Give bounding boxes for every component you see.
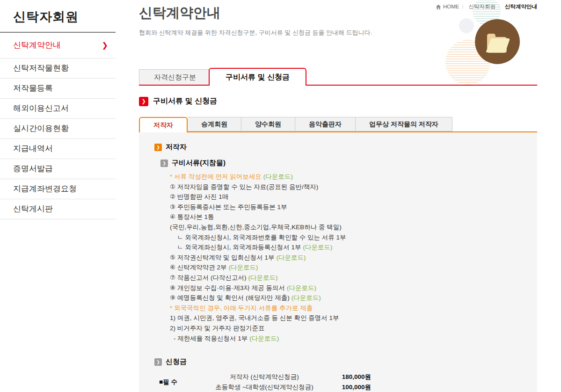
sidebar-item-2[interactable]: 신탁저작물현황	[0, 58, 116, 79]
document-line: (국민,우리,농협,외환,신한,중소기업,우체국,KEB하나 중 택일)	[170, 222, 523, 232]
sidebar-item-label: 신탁게시판	[13, 204, 53, 213]
fees-table: ■필 수 저작자 (신탁계약신청금)180,000원초등학생 ~대학생(신탁계약…	[159, 372, 523, 392]
sub-tabs: 저작자승계회원양수회원음악출판자업무상 저작물의 저작자	[139, 117, 537, 132]
breadcrumb-items: HOME〉신탁자회원〉신탁계약안내	[443, 3, 537, 10]
tabs-underline	[139, 85, 537, 86]
subtab-4[interactable]: 음악출판자	[295, 117, 356, 131]
chevron-right-icon: ❯	[102, 33, 108, 58]
documents-heading: 구비서류(지참물)	[160, 159, 523, 167]
sidebar-item-8[interactable]: 지급계좌변경요청	[0, 179, 116, 199]
subtab-2[interactable]: 승계회원	[188, 117, 241, 131]
author-heading: 저작자	[154, 143, 523, 152]
sidebar-item-label: 증명서발급	[13, 164, 53, 173]
download-link[interactable]: (다운로드)	[303, 244, 333, 251]
sidebar-item-1[interactable]: 신탁계약안내❯	[0, 33, 116, 58]
breadcrumb: HOME〉신탁자회원〉신탁계약안내	[436, 3, 537, 10]
subtabs-underline	[139, 131, 537, 132]
document-line: ⑥ 신탁계약약관 2부(다운로드)	[170, 262, 523, 273]
sidebar-item-4[interactable]: 해외이용신고서	[0, 99, 116, 119]
sidebar-item-label: 지급계좌변경요청	[13, 184, 77, 193]
download-link[interactable]: (다운로드)	[287, 284, 316, 291]
breadcrumb-item[interactable]: 신탁계약안내	[505, 4, 537, 9]
section-title: 구비서류 및 신청금	[153, 96, 217, 106]
fee-row: 초등학생 ~대학생(신탁계약신청금)100,000원	[194, 382, 371, 392]
document-line: ㄴ 외국계좌신청시, 외국계좌등록신청서 1부(다운로드)	[170, 242, 523, 253]
sidebar-item-label: 실시간이용현황	[13, 124, 69, 133]
sidebar-item-7[interactable]: 증명서발급	[0, 159, 116, 179]
document-line: ③ 주민등록증사본 또는 주민등록등본 1부	[170, 202, 523, 212]
subtab-3[interactable]: 양수회원	[241, 117, 295, 131]
fee-value: 100,000원	[335, 382, 371, 392]
document-line: 2) 비거주자 및 거주자 판정기준표	[170, 323, 523, 334]
document-line: 1) 여권, 시민권, 영주권, 국내거소증 등 신분 확인 증명서 1부	[170, 313, 523, 323]
breadcrumb-separator: 〉	[462, 4, 466, 9]
documents-list: * 서류 작성전에 먼저 읽어보세요(다운로드)① 저작자임을 증명할 수 있는…	[170, 172, 523, 343]
page-title: 신탁계약안내	[139, 4, 220, 22]
breadcrumb-separator: 〉	[498, 4, 503, 9]
main-tabs: 자격신청구분구비서류 및 신청금	[139, 68, 537, 86]
download-link[interactable]: (다운로드)	[263, 173, 293, 180]
open-folder-icon	[475, 19, 520, 64]
tab-2[interactable]: 구비서류 및 신청금	[209, 68, 306, 86]
subtab-5[interactable]: 업무상 저작물의 저작자	[356, 117, 452, 131]
breadcrumb-item[interactable]: 신탁자회원	[469, 4, 496, 9]
sidebar-item-label: 신탁계약안내	[13, 41, 61, 50]
document-line: ① 저작자임을 증명할 수 있는 자료(공표된 음반/책자)	[170, 182, 523, 192]
fee-row: 저작자 (신탁계약신청금)180,000원	[194, 372, 371, 382]
chevron-right-icon	[154, 144, 162, 151]
download-link[interactable]: (다운로드)	[277, 254, 306, 261]
fee-label: 초등학생 ~대학생(신탁계약신청금)	[194, 382, 335, 392]
document-line: * 서류 작성전에 먼저 읽어보세요(다운로드)	[170, 172, 523, 182]
chevron-right-icon	[154, 358, 162, 366]
document-line: ⑧ 개인정보 수집·이용·제3자 제공 동의서(다운로드)	[170, 283, 523, 293]
sidebar-item-9[interactable]: 신탁게시판	[0, 199, 116, 219]
fees-required-label: ■필 수	[159, 378, 194, 386]
author-heading-label: 저작자	[166, 143, 187, 152]
fee-label: 저작자 (신탁계약신청금)	[194, 372, 335, 382]
download-link[interactable]: (다운로드)	[249, 335, 279, 342]
sidebar-item-3[interactable]: 저작물등록	[0, 79, 116, 99]
sidebar-item-label: 저작물등록	[13, 84, 53, 93]
sidebar-title: 신탁자회원	[0, 0, 116, 33]
subtab-1[interactable]: 저작자	[139, 117, 188, 132]
sidebar-item-5[interactable]: 실시간이용현황	[0, 119, 116, 139]
download-link[interactable]: (다운로드)	[248, 274, 278, 281]
document-line: * 외국국적인 경우, 아래 두가지 서류를 추가로 제출	[170, 303, 523, 313]
download-link[interactable]: (다운로드)	[291, 294, 321, 301]
section-heading: 구비서류 및 신청금	[139, 96, 217, 106]
fees-section: 신청금 ■필 수 저작자 (신탁계약신청금)180,000원초등학생 ~대학생(…	[154, 357, 523, 392]
sidebar: 신탁자회원 신탁계약안내❯신탁저작물현황저작물등록해외이용신고서실시간이용현황지…	[0, 0, 116, 219]
fees-rows: 저작자 (신탁계약신청금)180,000원초등학생 ~대학생(신탁계약신청금)1…	[194, 372, 371, 392]
fees-heading: 신청금	[154, 357, 523, 366]
chevron-right-icon	[139, 97, 148, 106]
content-panel: 저작자 구비서류(지참물) * 서류 작성전에 먼저 읽어보세요(다운로드)① …	[139, 132, 537, 392]
page-description: 협회와 신탁계약 체결을 위한 자격신청구분, 구비서류 및 신청금 등을 안내…	[139, 29, 372, 37]
fees-heading-label: 신청금	[166, 357, 187, 366]
chevron-right-icon	[160, 160, 168, 167]
document-line: ㄴ 외국계좌신청시, 외국계좌번호를 확인할 수 있는 서류 1부	[170, 232, 523, 243]
document-line: ② 반명함판 사진 1매	[170, 192, 523, 202]
document-line: ⑤ 저작권신탁계약 및 입회신청서 1부(다운로드)	[170, 253, 523, 263]
document-line: - 제한세율 적용신청서 1부(다운로드)	[170, 334, 523, 344]
sidebar-menu: 신탁계약안내❯신탁저작물현황저작물등록해외이용신고서실시간이용현황지급내역서증명…	[0, 33, 116, 219]
document-line: ④ 통장사본 1통	[170, 212, 523, 222]
sidebar-item-label: 지급내역서	[13, 144, 53, 153]
sidebar-item-label: 해외이용신고서	[13, 104, 69, 113]
tab-1[interactable]: 자격신청구분	[139, 69, 211, 85]
decorative-circle	[459, 18, 474, 33]
fee-value: 180,000원	[335, 372, 371, 382]
sidebar-item-6[interactable]: 지급내역서	[0, 139, 116, 159]
download-link[interactable]: (다운로드)	[229, 264, 258, 271]
sidebar-item-label: 신탁저작물현황	[13, 64, 69, 73]
home-icon	[436, 4, 441, 10]
document-line: ⑨ 예명등록신청 및 확인서 (해당자만 제출)(다운로드)	[170, 293, 523, 303]
documents-heading-label: 구비서류(지참물)	[172, 159, 226, 167]
document-line: ⑦ 작품신고서 (다작신고서)(다운로드)	[170, 273, 523, 283]
breadcrumb-item[interactable]: HOME	[443, 4, 459, 9]
